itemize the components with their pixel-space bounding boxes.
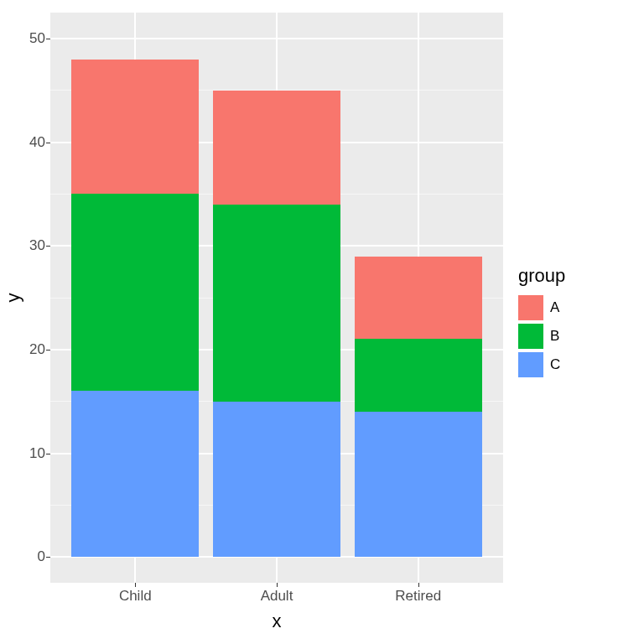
chart-container: 0 10 20 30 40 50 Child Adult Retired x y… [0, 0, 644, 644]
tickmark-y [46, 39, 50, 39]
y-tick-label: 40 [29, 134, 45, 151]
tickmark-y [46, 454, 50, 454]
plot-panel [50, 13, 503, 583]
tickmark-y [46, 557, 50, 558]
legend-key-a [518, 295, 543, 320]
bar-adult-a [213, 91, 340, 205]
y-axis-title: y [3, 13, 22, 583]
tickmark-y [46, 350, 50, 351]
bar-retired-a [355, 257, 482, 340]
x-tick-label: Adult [261, 588, 293, 605]
y-tick-label: 0 [38, 548, 45, 565]
tickmark-x [418, 583, 419, 587]
legend: group A B C [518, 0, 565, 644]
legend-item-a: A [518, 295, 565, 320]
bar-child-b [71, 194, 199, 391]
y-tick-label: 30 [29, 237, 45, 254]
tickmark-y [46, 143, 50, 143]
bar-child-a [71, 60, 199, 195]
legend-label-a: A [550, 299, 559, 316]
y-tick-label: 50 [29, 30, 45, 47]
legend-key-b [518, 324, 543, 349]
tickmark-x [135, 583, 136, 587]
tickmark-x [277, 583, 278, 587]
bar-adult [213, 91, 340, 557]
y-tick-label: 10 [29, 445, 45, 462]
legend-label-c: C [550, 356, 560, 373]
bar-retired-b [355, 339, 482, 412]
bar-adult-c [213, 402, 340, 557]
bar-child [71, 60, 199, 557]
x-axis-title: x [50, 610, 503, 632]
bar-adult-b [213, 205, 340, 402]
tickmark-y [46, 246, 50, 247]
bar-child-c [71, 391, 199, 557]
x-tick-label: Retired [395, 588, 441, 605]
bar-retired [355, 257, 482, 558]
legend-item-b: B [518, 324, 565, 349]
y-axis-title-text: y [2, 293, 23, 303]
y-tick-label: 20 [29, 341, 45, 358]
legend-label-b: B [550, 328, 559, 345]
legend-title: group [518, 265, 565, 287]
legend-key-c [518, 352, 543, 377]
legend-item-c: C [518, 352, 565, 377]
bar-retired-c [355, 412, 482, 557]
x-tick-label: Child [119, 588, 152, 605]
